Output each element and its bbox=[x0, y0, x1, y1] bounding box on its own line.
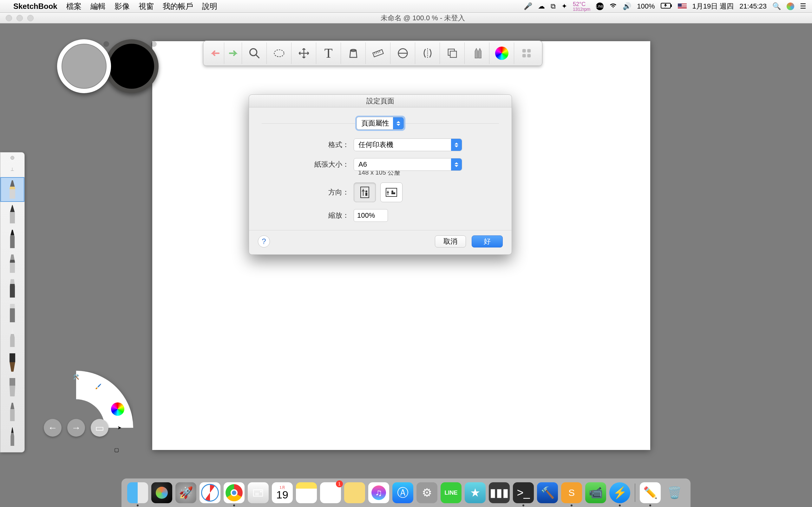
svg-line-8 bbox=[376, 52, 376, 54]
palette-close[interactable] bbox=[0, 154, 24, 161]
cloud-icon[interactable]: ☁ bbox=[538, 2, 545, 10]
menu-image[interactable]: 影像 bbox=[114, 1, 130, 11]
dock-system-preferences[interactable]: ⚙ bbox=[416, 482, 438, 503]
svg-line-3 bbox=[256, 55, 259, 58]
temperature-status[interactable]: 52°C1312rpm bbox=[573, 1, 590, 11]
brush-library-button[interactable] bbox=[465, 43, 490, 64]
dock-app-star[interactable]: ★ bbox=[465, 482, 486, 503]
lagoon-brush-icon[interactable]: 🖌️ bbox=[95, 383, 110, 399]
dock-calendar[interactable]: 1月19 bbox=[272, 482, 293, 503]
dock-messenger[interactable]: ⚡ bbox=[609, 482, 630, 503]
window-title: 未命名 @ 100.0 % - 未登入 bbox=[34, 13, 812, 23]
menu-file[interactable]: 檔案 bbox=[66, 1, 82, 11]
brush-flat-chisel[interactable] bbox=[0, 276, 24, 301]
settings-select[interactable]: 頁面屬性 bbox=[357, 117, 404, 130]
wifi-icon[interactable] bbox=[609, 2, 617, 10]
selection-button[interactable] bbox=[267, 43, 292, 64]
dock-facetime[interactable]: 📹 bbox=[585, 482, 606, 503]
dock-line[interactable]: LINE bbox=[441, 482, 461, 503]
orientation-portrait-button[interactable] bbox=[354, 182, 376, 202]
fanny-icon[interactable]: ✦ bbox=[561, 2, 567, 10]
dropbox-icon[interactable]: ⧉ bbox=[551, 2, 556, 10]
menu-help[interactable]: 說明 bbox=[202, 1, 217, 11]
dock-xcode[interactable]: 🔨 bbox=[537, 482, 558, 503]
lagoon-color-icon[interactable] bbox=[111, 402, 126, 418]
dock-launchpad[interactable]: 🚀 bbox=[175, 482, 196, 503]
lagoon-tools-icon[interactable]: 🛠️ bbox=[73, 374, 88, 389]
brush-size-slider[interactable]: ⟂ bbox=[0, 161, 24, 177]
dock-siri[interactable] bbox=[151, 482, 172, 503]
svg-point-21 bbox=[365, 190, 367, 192]
dock-safari[interactable] bbox=[200, 482, 220, 503]
scale-input[interactable] bbox=[354, 209, 388, 222]
redo-button[interactable] bbox=[224, 43, 242, 64]
dock-activity-monitor[interactable]: ▮▮▮ bbox=[489, 482, 510, 503]
cancel-button[interactable]: 取消 bbox=[435, 235, 466, 247]
siri-icon[interactable] bbox=[786, 3, 794, 10]
zoom-button[interactable] bbox=[242, 43, 267, 64]
dock-sketchbook[interactable]: ✏️ bbox=[640, 482, 661, 503]
mic-icon[interactable]: 🎤 bbox=[524, 2, 532, 10]
lagoon-canvas-button[interactable]: ▭ bbox=[91, 419, 108, 437]
brush-pencil[interactable] bbox=[0, 177, 24, 202]
dock-appstore[interactable]: Ⓐ bbox=[392, 482, 413, 503]
traffic-lights[interactable] bbox=[0, 15, 34, 21]
brush-chisel[interactable] bbox=[0, 251, 24, 276]
dock-reminders[interactable]: 1 bbox=[320, 482, 341, 503]
input-source-flag[interactable] bbox=[678, 3, 687, 9]
lagoon-cursor-icon[interactable]: ➤ bbox=[117, 425, 133, 440]
orientation-landscape-button[interactable] bbox=[380, 182, 403, 202]
undo-button[interactable] bbox=[206, 43, 224, 64]
brush-marker[interactable] bbox=[0, 227, 24, 251]
layers-button[interactable] bbox=[440, 43, 465, 64]
color-editor-button[interactable] bbox=[490, 43, 514, 64]
brush-airbrush[interactable] bbox=[0, 326, 24, 350]
app-name[interactable]: SketchBook bbox=[13, 2, 57, 11]
scale-label: 縮放： bbox=[262, 211, 354, 220]
dock-finder[interactable] bbox=[127, 482, 148, 503]
notification-center-icon[interactable]: ☰ bbox=[800, 2, 806, 10]
color-puck-foreground[interactable] bbox=[57, 39, 111, 93]
brush-tech-pen[interactable] bbox=[0, 202, 24, 227]
spotlight-icon[interactable]: 🔍 bbox=[772, 2, 781, 10]
color-puck-background[interactable] bbox=[105, 39, 159, 93]
battery-status[interactable]: 100% bbox=[637, 2, 655, 10]
svg-rect-20 bbox=[361, 187, 369, 198]
svg-rect-6 bbox=[373, 50, 383, 57]
dock-trash[interactable]: 🗑️ bbox=[664, 482, 685, 503]
dock-mail[interactable]: 🖃 bbox=[248, 482, 269, 503]
date-status[interactable]: 1月19日 週四 bbox=[693, 2, 734, 11]
dock-notes[interactable] bbox=[296, 482, 317, 503]
dock-sublime[interactable]: S bbox=[561, 482, 582, 503]
apps-button[interactable] bbox=[514, 43, 539, 64]
ruler-button[interactable] bbox=[366, 43, 391, 64]
dock-stickies[interactable] bbox=[344, 482, 365, 503]
svg-rect-22 bbox=[365, 193, 367, 196]
text-button[interactable]: T bbox=[316, 43, 341, 64]
format-select[interactable]: 任何印表機 bbox=[354, 138, 462, 151]
fill-button[interactable] bbox=[341, 43, 366, 64]
menu-window[interactable]: 視窗 bbox=[139, 1, 154, 11]
brush-flat-wide[interactable] bbox=[0, 301, 24, 326]
lagoon-layers-icon[interactable]: ▢ bbox=[114, 447, 130, 462]
help-button[interactable]: ? bbox=[258, 235, 270, 247]
format-value: 任何印表機 bbox=[358, 140, 393, 150]
dock-chrome[interactable] bbox=[223, 482, 245, 503]
paper-size-select[interactable]: A6 bbox=[354, 158, 462, 171]
lagoon-prev-button[interactable]: ← bbox=[44, 419, 61, 437]
transform-button[interactable] bbox=[292, 43, 316, 64]
svg-rect-25 bbox=[392, 192, 395, 194]
menu-edit[interactable]: 編輯 bbox=[90, 1, 106, 11]
symmetry-button[interactable] bbox=[415, 43, 440, 64]
menu-account[interactable]: 我的帳戶 bbox=[163, 1, 193, 11]
line-status-icon[interactable]: LINE bbox=[596, 3, 604, 10]
svg-rect-1 bbox=[671, 4, 672, 7]
svg-line-7 bbox=[374, 52, 375, 54]
dock-terminal[interactable]: >_ bbox=[513, 482, 534, 503]
dock-itunes[interactable] bbox=[368, 482, 389, 503]
svg-rect-17 bbox=[527, 49, 531, 53]
ok-button[interactable]: 好 bbox=[472, 235, 503, 247]
guides-button[interactable] bbox=[391, 43, 415, 64]
lagoon-next-button[interactable]: → bbox=[67, 419, 85, 437]
volume-icon[interactable]: 🔊 bbox=[623, 2, 631, 10]
